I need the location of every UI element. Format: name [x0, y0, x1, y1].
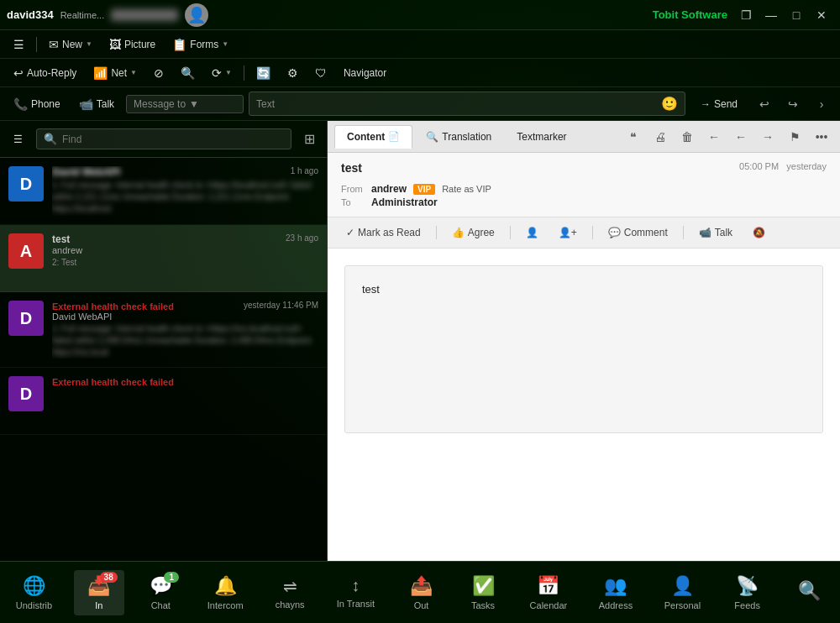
msg-content-4: External health check failed [52, 376, 318, 426]
nav-tasks-icon: ✅ [472, 575, 495, 597]
nav-in[interactable]: 38 📥 In [74, 570, 124, 615]
list-search-box[interactable]: 🔍 [36, 128, 291, 149]
search-btn[interactable]: 🔍 [174, 64, 202, 82]
nav-calendar-icon: 📅 [537, 575, 559, 597]
flag-btn[interactable]: ⚑ [783, 125, 806, 149]
forward-btn[interactable]: › [810, 92, 833, 116]
actions-sep4 [683, 226, 684, 239]
person-btn[interactable]: 👤 [521, 224, 543, 241]
nav-chayns-icon: ⇌ [283, 576, 297, 596]
nav-undistrib[interactable]: 🌐 Undistrib [6, 570, 62, 615]
main-area: ☰ 🔍 ⊞ D David WebAPI 1 h ago 1: Full mes… [0, 121, 840, 561]
reload-icon: 🔄 [256, 66, 270, 80]
nav-chayns[interactable]: ⇌ chayns [265, 571, 315, 615]
avatar[interactable]: 👤 [185, 3, 208, 27]
shield-btn[interactable]: 🛡 [308, 64, 333, 82]
new-btn[interactable]: ✉ New ▼ [42, 35, 99, 54]
print-btn[interactable]: 🖨 [648, 125, 672, 149]
back-btn[interactable]: ← [702, 125, 726, 149]
compose-bar: 📞 Phone 📹 Talk Message to ▼ Text 🙂 → Sen… [0, 87, 840, 121]
reload-btn[interactable]: 🔄 [249, 64, 277, 82]
emoji-btn[interactable]: 🙂 [661, 96, 678, 112]
nav-out-icon: 📤 [410, 575, 433, 597]
nav-tasks-label: Tasks [471, 600, 495, 610]
nav-personal[interactable]: 👤 Personal [654, 570, 711, 615]
forms-btn[interactable]: 📋 Forms ▼ [165, 35, 235, 54]
next-btn[interactable]: → [756, 125, 780, 149]
net-btn[interactable]: 📶 Net ▼ [87, 64, 144, 82]
msg-sender-2: andrew [52, 245, 318, 255]
msg-item-3[interactable]: D External health check failed yesterday… [0, 292, 327, 368]
msg-subject-3: External health check failed [52, 301, 174, 312]
actions-sep3 [592, 226, 593, 239]
tab-textmarker[interactable]: Textmarker [505, 126, 578, 148]
text-placeholder: Text [256, 98, 275, 110]
nav-search[interactable]: 🔍 [784, 575, 834, 610]
message-to-placeholder: Message to [134, 98, 186, 110]
list-menu-btn[interactable]: ☰ [7, 131, 29, 148]
filter-icon: ⊘ [154, 66, 164, 80]
nav-address[interactable]: 👥 Address [589, 570, 643, 615]
nav-undistrib-label: Undistrib [16, 600, 52, 610]
msg-item-1[interactable]: D David WebAPI 1 h ago 1: Full message: … [0, 158, 327, 225]
nav-in-label: In [95, 600, 102, 610]
redo-btn[interactable]: ↪ [781, 92, 805, 116]
add-person-btn[interactable]: 👤+ [554, 224, 582, 241]
message-to-selector[interactable]: Message to ▼ [126, 95, 244, 113]
tab-translation[interactable]: 🔍 Translation [414, 126, 503, 148]
settings-btn[interactable]: ⚙ [281, 64, 305, 82]
autoreply-btn[interactable]: ↩ Auto-Reply [7, 64, 83, 82]
quote-btn[interactable]: ❝ [622, 125, 645, 149]
new-dropdown-arrow: ▼ [86, 40, 92, 48]
picture-icon: 🖼 [109, 38, 121, 51]
sync-btn[interactable]: ⟳ ▼ [205, 64, 239, 82]
rate-vip-btn[interactable]: Rate as VIP [442, 184, 491, 194]
navigator-btn[interactable]: Navigator [337, 65, 393, 81]
talk-action-btn[interactable]: 📹 Talk [694, 224, 738, 241]
msg-item-2[interactable]: A test 23 h ago andrew 2: Test [0, 225, 327, 292]
undo-btn[interactable]: ↩ [753, 92, 776, 116]
mark-read-btn[interactable]: ✓ Mark as Read [341, 224, 426, 241]
restore-btn[interactable]: ❐ [734, 3, 758, 27]
notification-btn[interactable]: 🔕 [748, 224, 770, 241]
delete-btn[interactable]: 🗑 [675, 125, 699, 149]
nav-chat[interactable]: 1 💬 Chat [135, 570, 186, 615]
close-btn[interactable]: ✕ [810, 3, 833, 27]
picture-btn[interactable]: 🖼 Picture [102, 35, 162, 54]
person-icon: 👤 [526, 227, 538, 238]
menu-btn[interactable]: ☰ [7, 35, 31, 54]
net-icon: 📶 [93, 66, 108, 80]
comment-btn[interactable]: 💬 Comment [603, 224, 673, 241]
msg-from-value: andrew [371, 183, 407, 195]
nav-chat-label: Chat [151, 600, 171, 610]
list-filter-btn[interactable]: ⊞ [298, 128, 320, 150]
message-text-input[interactable]: Text 🙂 [249, 92, 685, 116]
bell-slash-icon: 🔕 [753, 227, 765, 238]
nav-intercom[interactable]: 🔔 Intercom [197, 570, 254, 615]
filter-btn[interactable]: ⊘ [147, 64, 171, 82]
minimize-btn[interactable]: — [759, 3, 783, 27]
msg-item-4[interactable]: D External health check failed [0, 368, 327, 435]
tab-content[interactable]: Content 📄 [334, 125, 412, 149]
net-dropdown-arrow: ▼ [130, 69, 137, 76]
toolbar-main: ☰ ✉ New ▼ 🖼 Picture 📋 Forms ▼ [0, 30, 840, 59]
nav-in-badge: 38 [100, 572, 118, 583]
nav-tasks[interactable]: ✅ Tasks [458, 570, 508, 615]
phone-btn[interactable]: 📞 Phone [7, 95, 67, 113]
msg-to-value: Administrator [371, 196, 438, 208]
maximize-btn[interactable]: □ [785, 3, 808, 27]
nav-calendar[interactable]: 📅 Calendar [520, 570, 578, 615]
msg-body-text: test [362, 283, 806, 296]
actions-sep1 [436, 226, 437, 239]
send-btn[interactable]: → Send [690, 95, 748, 113]
list-search-input[interactable] [62, 134, 284, 145]
more-btn[interactable]: ••• [810, 125, 833, 149]
talk-btn[interactable]: 📹 Talk [72, 95, 121, 113]
nav-feeds[interactable]: 📡 Feeds [722, 570, 773, 615]
nav-out[interactable]: 📤 Out [396, 570, 447, 615]
agree-btn[interactable]: 👍 Agree [447, 224, 500, 241]
nav-intransit[interactable]: ↕ In Transit [327, 571, 385, 614]
bottom-nav: 🌐 Undistrib 38 📥 In 1 💬 Chat 🔔 Intercom … [0, 561, 840, 623]
prev-btn[interactable]: ← [729, 125, 753, 149]
list-search-icon: 🔍 [44, 133, 57, 145]
